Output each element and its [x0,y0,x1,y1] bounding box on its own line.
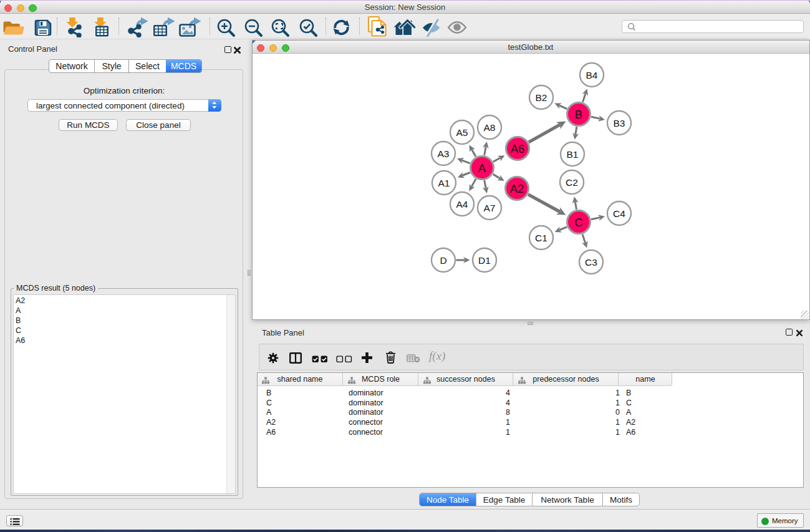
svg-text:C2: C2 [566,177,578,188]
svg-text:A3: A3 [437,148,449,159]
svg-text:C: C [574,216,582,229]
svg-text:B4: B4 [586,70,597,80]
svg-text:A8: A8 [483,122,495,133]
svg-text:A7: A7 [483,203,495,213]
svg-text:B1: B1 [566,149,578,160]
svg-text:B3: B3 [613,118,625,128]
svg-text:C3: C3 [585,257,597,268]
svg-text:A2: A2 [509,182,524,195]
svg-text:B2: B2 [535,92,547,103]
svg-text:A4: A4 [456,199,468,210]
svg-text:A5: A5 [456,127,468,138]
svg-text:A1: A1 [438,178,450,188]
svg-text:A: A [478,162,486,175]
svg-text:C1: C1 [535,233,547,243]
svg-text:D1: D1 [478,255,491,266]
svg-text:C4: C4 [613,208,625,219]
svg-text:B: B [574,108,582,121]
svg-text:A6: A6 [510,142,524,155]
svg-text:D: D [440,255,446,266]
